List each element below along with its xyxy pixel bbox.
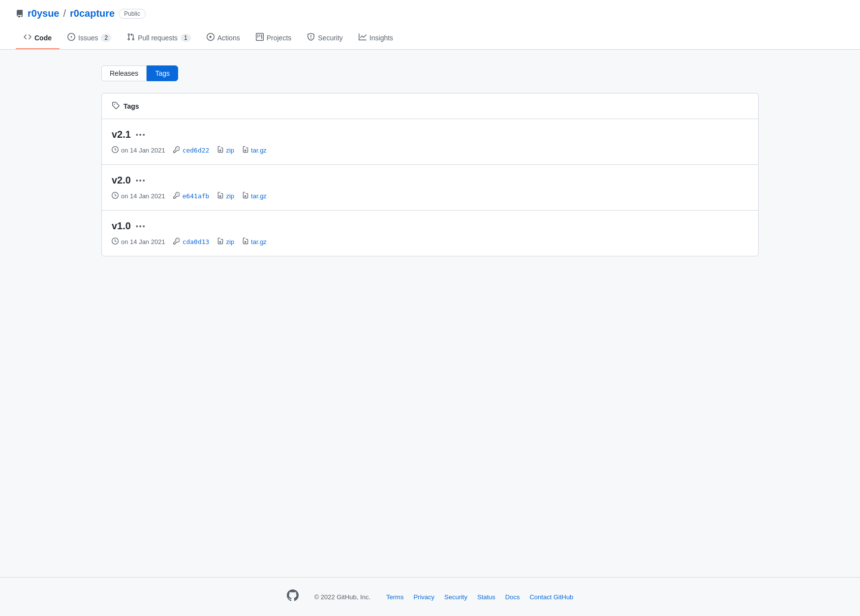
tags-toggle-button[interactable]: Tags (147, 65, 178, 81)
tab-actions[interactable]: Actions (199, 27, 248, 49)
tag-dots-v2-0[interactable]: ••• (136, 177, 146, 185)
clock-icon (112, 146, 119, 154)
tab-pull-requests[interactable]: Pull requests 1 (119, 27, 199, 49)
repo-title-row: r0ysue / r0capture Public (16, 8, 844, 19)
issues-badge: 2 (101, 34, 111, 42)
page-footer: © 2022 GitHub, Inc. Terms Privacy Securi… (0, 577, 860, 616)
footer-link-privacy[interactable]: Privacy (413, 593, 434, 601)
footer-copyright: © 2022 GitHub, Inc. (314, 593, 370, 601)
tag-commit-hash-v2-1[interactable]: ced6d22 (183, 147, 210, 154)
tag-commit-v2-1: ced6d22 (173, 146, 210, 154)
repo-name-link[interactable]: r0capture (70, 8, 115, 19)
tag-date-text-v2-0: on 14 Jan 2021 (121, 192, 165, 200)
releases-tags-toggle: Releases Tags (101, 65, 759, 81)
tag-date-v1-0: on 14 Jan 2021 (112, 238, 165, 246)
footer-link-terms[interactable]: Terms (386, 593, 403, 601)
repo-icon (16, 9, 24, 18)
tag-zip-link-v1-0[interactable]: zip (217, 238, 234, 246)
pr-badge: 1 (181, 34, 191, 42)
zip-icon (217, 146, 224, 154)
targz-label-v2-1: tar.gz (251, 147, 267, 154)
tag-name-row-v1-0: v1.0 ••• (112, 220, 748, 232)
footer-link-docs[interactable]: Docs (505, 593, 520, 601)
clock-icon-v1-0 (112, 238, 119, 246)
tab-issues-label: Issues (78, 34, 98, 42)
tab-security[interactable]: Security (299, 27, 351, 49)
tag-date-v2-1: on 14 Jan 2021 (112, 146, 165, 154)
tag-row-v2-0: v2.0 ••• on 14 Jan 2021 (102, 165, 758, 211)
targz-label-v1-0: tar.gz (251, 238, 267, 246)
tag-commit-v1-0: cda0d13 (173, 238, 210, 246)
repo-header: r0ysue / r0capture Public Code (0, 0, 860, 50)
tab-pr-label: Pull requests (138, 34, 178, 42)
targz-icon (242, 146, 249, 154)
zip-label-v2-1: zip (226, 147, 234, 154)
tags-header-label: Tags (123, 102, 139, 110)
targz-label-v2-0: tar.gz (251, 192, 267, 200)
tag-row-v1-0: v1.0 ••• on 14 Jan 2021 (102, 211, 758, 256)
tags-container: Tags v2.1 ••• on 14 Jan 2021 (101, 93, 759, 256)
tab-projects-label: Projects (267, 34, 292, 42)
tag-meta-v1-0: on 14 Jan 2021 cda0d13 (112, 238, 748, 246)
tag-meta-v2-0: on 14 Jan 2021 e641afb (112, 192, 748, 200)
repo-visibility-badge: Public (119, 9, 146, 19)
zip-icon-v2-0 (217, 192, 224, 200)
zip-label-v2-0: zip (226, 192, 234, 200)
key-icon (173, 146, 180, 154)
pr-icon (127, 33, 135, 42)
repo-owner-link[interactable]: r0ysue (28, 8, 60, 19)
tab-code-label: Code (34, 34, 52, 42)
insights-icon (359, 33, 367, 42)
targz-icon-v2-0 (242, 192, 249, 200)
tab-insights[interactable]: Insights (351, 27, 401, 49)
tag-row-v2-1: v2.1 ••• on 14 Jan 2021 (102, 119, 758, 165)
nav-tabs: Code Issues 2 Pull requests (16, 27, 844, 49)
tag-zip-link-v2-0[interactable]: zip (217, 192, 234, 200)
tag-date-v2-0: on 14 Jan 2021 (112, 192, 165, 200)
tag-date-text-v2-1: on 14 Jan 2021 (121, 147, 165, 154)
tags-header: Tags (102, 93, 758, 119)
tag-targz-link-v2-0[interactable]: tar.gz (242, 192, 267, 200)
releases-toggle-button[interactable]: Releases (101, 65, 147, 81)
tag-commit-hash-v2-0[interactable]: e641afb (183, 192, 210, 200)
clock-icon-v2-0 (112, 192, 119, 200)
tag-dots-v1-0[interactable]: ••• (136, 222, 146, 230)
tag-version-v2-1: v2.1 (112, 129, 131, 140)
footer-link-contact[interactable]: Contact GitHub (529, 593, 573, 601)
tag-commit-v2-0: e641afb (173, 192, 210, 200)
targz-icon-v1-0 (242, 238, 249, 246)
main-content: Releases Tags Tags v2.1 ••• (86, 50, 774, 577)
tab-security-label: Security (318, 34, 343, 42)
tag-commit-hash-v1-0[interactable]: cda0d13 (183, 238, 210, 246)
actions-icon (207, 33, 215, 42)
tag-dots-v2-1[interactable]: ••• (136, 131, 146, 139)
zip-label-v1-0: zip (226, 238, 234, 246)
tag-version-v2-0: v2.0 (112, 175, 131, 186)
page-wrapper: r0ysue / r0capture Public Code (0, 0, 860, 616)
tag-meta-v2-1: on 14 Jan 2021 ced6d22 (112, 146, 748, 154)
tag-targz-link-v1-0[interactable]: tar.gz (242, 238, 267, 246)
issue-icon (67, 33, 75, 42)
tag-date-text-v1-0: on 14 Jan 2021 (121, 238, 165, 246)
tab-insights-label: Insights (369, 34, 393, 42)
tag-targz-link-v2-1[interactable]: tar.gz (242, 146, 267, 154)
github-logo (287, 589, 299, 604)
tag-name-row-v2-0: v2.0 ••• (112, 175, 748, 186)
code-icon (24, 33, 31, 42)
footer-link-security[interactable]: Security (444, 593, 467, 601)
repo-separator: / (63, 8, 66, 19)
tag-name-row-v2-1: v2.1 ••• (112, 129, 748, 140)
security-icon (307, 33, 315, 42)
tag-zip-link-v2-1[interactable]: zip (217, 146, 234, 154)
projects-icon (256, 33, 264, 42)
tag-version-v1-0: v1.0 (112, 220, 131, 232)
zip-icon-v1-0 (217, 238, 224, 246)
tab-actions-label: Actions (217, 34, 240, 42)
key-icon-v1-0 (173, 238, 180, 246)
footer-links: Terms Privacy Security Status Docs Conta… (386, 593, 573, 601)
tab-code[interactable]: Code (16, 27, 60, 49)
key-icon-v2-0 (173, 192, 180, 200)
tab-projects[interactable]: Projects (248, 27, 300, 49)
tab-issues[interactable]: Issues 2 (60, 27, 119, 49)
footer-link-status[interactable]: Status (477, 593, 495, 601)
